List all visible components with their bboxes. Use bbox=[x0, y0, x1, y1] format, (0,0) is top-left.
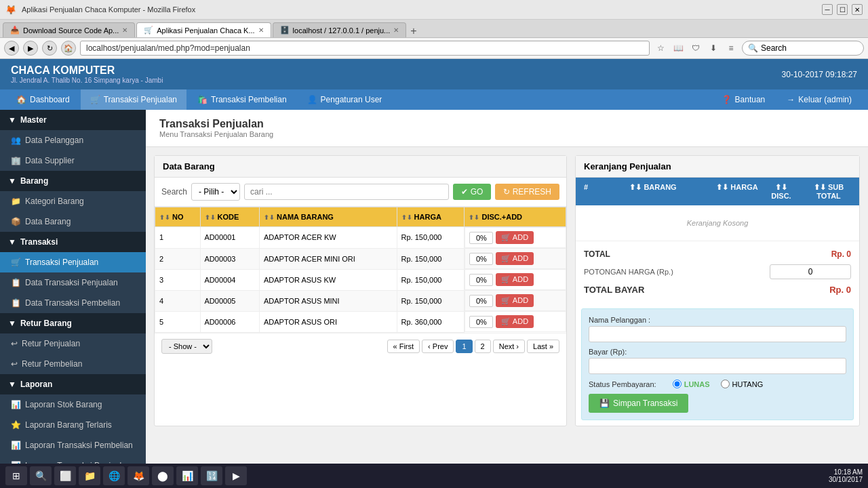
home-button[interactable]: 🏠 bbox=[61, 41, 76, 56]
nav-dashboard[interactable]: 🏠 Dashboard bbox=[7, 89, 79, 110]
sidebar-item-data-barang[interactable]: 📦 Data Barang bbox=[0, 211, 146, 232]
forward-button[interactable]: ▶ bbox=[23, 41, 38, 56]
simpan-label: Simpan Transaksi bbox=[613, 399, 677, 408]
disc-input[interactable] bbox=[469, 232, 493, 244]
sidebar-item-laporan-pembelian[interactable]: 📊 Laporan Transaksi Pembelian bbox=[0, 435, 146, 455]
sidebar-item-laporan-stok[interactable]: 📊 Laporan Stok Barang bbox=[0, 394, 146, 415]
back-button[interactable]: ◀ bbox=[4, 41, 19, 56]
nav-bantuan[interactable]: ❓ Bantuan bbox=[712, 89, 775, 110]
reader-icon[interactable]: 📖 bbox=[671, 41, 685, 55]
tab-penjualan-label: Aplikasi Penjualan Chaca K... bbox=[157, 26, 254, 35]
simpan-button[interactable]: 💾 Simpan Transaksi bbox=[589, 394, 688, 413]
sidebar-section-transaksi[interactable]: ▼ Transaksi bbox=[0, 232, 146, 252]
refresh-label: REFRESH bbox=[513, 187, 551, 197]
media-button[interactable]: ▶ bbox=[225, 466, 247, 483]
retur-chevron-icon: ▼ bbox=[8, 319, 16, 328]
sidebar-item-kategori-barang[interactable]: 📁 Kategori Barang bbox=[0, 191, 146, 211]
transaksi-chevron-icon: ▼ bbox=[8, 237, 16, 247]
disc-input[interactable] bbox=[469, 316, 493, 328]
sidebar-item-data-transaksi-penjualan[interactable]: 📋 Data Transaksi Penjualan bbox=[0, 272, 146, 293]
sidebar-section-retur[interactable]: ▼ Retur Barang bbox=[0, 313, 146, 333]
nav-transaksi-pembelian[interactable]: 🛍️ Transaksi Pembelian bbox=[188, 89, 296, 110]
sidebar-section-barang[interactable]: ▼ Barang bbox=[0, 171, 146, 191]
go-button[interactable]: ✔ GO bbox=[453, 184, 491, 200]
hutang-radio-label[interactable]: HUTANG bbox=[721, 380, 764, 388]
firefox-button[interactable]: 🦊 bbox=[127, 466, 149, 483]
sidebar-item-data-transaksi-pembelian[interactable]: 📋 Data Transaksi Pembelian bbox=[0, 293, 146, 313]
first-page-button[interactable]: « First bbox=[387, 340, 420, 353]
tab-download[interactable]: 📥 Download Source Code Ap... ✕ bbox=[3, 22, 135, 37]
bookmark-star-icon[interactable]: ☆ bbox=[654, 41, 667, 55]
add-button[interactable]: 🛒 ADD bbox=[496, 294, 534, 307]
chrome-button[interactable]: ⬤ bbox=[152, 466, 174, 483]
show-select[interactable]: - Show - bbox=[161, 339, 212, 354]
disc-input[interactable] bbox=[469, 295, 493, 307]
ie-button[interactable]: 🌐 bbox=[103, 466, 125, 483]
office-button[interactable]: 📊 bbox=[176, 466, 198, 483]
tab-penjualan[interactable]: 🛒 Aplikasi Penjualan Chaca K... ✕ bbox=[136, 22, 271, 37]
add-button[interactable]: 🛒 ADD bbox=[496, 231, 534, 244]
task-view-button[interactable]: ⬜ bbox=[54, 466, 76, 483]
brand-name: CHACA KOMPUTER bbox=[11, 64, 163, 77]
add-button[interactable]: 🛒 ADD bbox=[496, 273, 534, 286]
download-icon[interactable]: ⬇ bbox=[707, 41, 720, 55]
disc-input[interactable] bbox=[469, 274, 493, 286]
nav-transaksi-penjualan[interactable]: 🛒 Transaksi Penjualan bbox=[81, 89, 186, 110]
tab-penjualan-close[interactable]: ✕ bbox=[258, 26, 264, 34]
search-taskbar-button[interactable]: 🔍 bbox=[30, 466, 52, 483]
sidebar-item-laporan-terlaris[interactable]: ⭐ Laporan Barang Terlaris bbox=[0, 415, 146, 435]
cell-kode: AD00005 bbox=[200, 290, 259, 311]
hutang-label: HUTANG bbox=[732, 380, 764, 388]
potongan-input[interactable] bbox=[770, 264, 851, 279]
data-barang-table: ⬆⬇ NO ⬆⬇ KODE ⬆⬇ NAMA BARANG ⬆⬇ HARGA ⬆⬇… bbox=[155, 207, 566, 333]
address-bar[interactable] bbox=[80, 41, 650, 56]
search-input[interactable] bbox=[244, 184, 449, 200]
next-page-button[interactable]: Next › bbox=[493, 340, 525, 353]
search-bar[interactable]: 🔍 Search bbox=[742, 41, 864, 56]
col-kode: ⬆⬇ KODE bbox=[200, 207, 259, 227]
prev-page-button[interactable]: ‹ Prev bbox=[422, 340, 454, 353]
brand-sub: Jl. Jendral A. Thalib No. 16 Simpang kar… bbox=[11, 77, 163, 84]
tab-localhost-label: localhost / 127.0.0.1 / penju... bbox=[293, 26, 391, 35]
shield-icon[interactable]: 🛡 bbox=[689, 41, 703, 55]
lunas-radio[interactable] bbox=[673, 380, 682, 388]
add-button[interactable]: 🛒 ADD bbox=[496, 315, 534, 328]
tab-localhost-close[interactable]: ✕ bbox=[393, 26, 399, 34]
close-button[interactable]: ✕ bbox=[852, 4, 863, 15]
page-1-button[interactable]: 1 bbox=[456, 340, 472, 353]
last-page-button[interactable]: Last » bbox=[527, 340, 559, 353]
sidebar-item-data-supplier[interactable]: 🏢 Data Supplier bbox=[0, 150, 146, 171]
minimize-button[interactable]: ─ bbox=[822, 4, 833, 15]
reload-button[interactable]: ↻ bbox=[42, 41, 57, 56]
sidebar-section-master[interactable]: ▼ Master bbox=[0, 110, 146, 130]
start-button[interactable]: ⊞ bbox=[5, 466, 27, 483]
calc-button[interactable]: 🔢 bbox=[201, 466, 222, 483]
nav-pengaturan-user[interactable]: 👤 Pengaturan User bbox=[298, 89, 392, 110]
new-tab-button[interactable]: + bbox=[408, 25, 419, 37]
tab-download-label: Download Source Code Ap... bbox=[23, 26, 119, 35]
cart-col-harga: ⬆⬇ HARGA bbox=[710, 178, 764, 205]
tab-localhost[interactable]: 🗄️ localhost / 127.0.0.1 / penju... ✕ bbox=[273, 22, 407, 37]
sidebar-item-retur-penjualan[interactable]: ↩ Retur Penjualan bbox=[0, 333, 146, 354]
sidebar-item-retur-pembelian[interactable]: ↩ Retur Pembelian bbox=[0, 354, 146, 374]
menu-icon[interactable]: ≡ bbox=[724, 41, 738, 55]
sidebar-section-laporan[interactable]: ▼ Laporan bbox=[0, 374, 146, 394]
cell-harga: Rp. 150,000 bbox=[397, 227, 465, 249]
page-2-button[interactable]: 2 bbox=[475, 340, 491, 353]
lunas-radio-label[interactable]: LUNAS bbox=[673, 380, 710, 388]
sidebar-item-transaksi-penjualan[interactable]: 🛒 Transaksi Penjualan bbox=[0, 252, 146, 272]
bayar-input[interactable] bbox=[589, 358, 846, 374]
pilih-select[interactable]: - Pilih - bbox=[191, 183, 240, 201]
add-button[interactable]: 🛒 ADD bbox=[496, 252, 534, 265]
maximize-button[interactable]: ☐ bbox=[837, 4, 848, 15]
hutang-radio[interactable] bbox=[721, 380, 730, 388]
refresh-button[interactable]: ↻ REFRESH bbox=[495, 184, 559, 200]
tab-download-close[interactable]: ✕ bbox=[122, 26, 127, 34]
sidebar-item-data-pelanggan[interactable]: 👥 Data Pelanggan bbox=[0, 130, 146, 150]
file-explorer-button[interactable]: 📁 bbox=[79, 466, 100, 483]
nama-input[interactable] bbox=[589, 326, 846, 342]
disc-input[interactable] bbox=[469, 253, 493, 265]
nav-keluar[interactable]: → Keluar (admin) bbox=[777, 89, 861, 110]
sidebar-pelanggan-label: Data Pelanggan bbox=[25, 136, 83, 145]
data-barang-panel: Data Barang Search - Pilih - ✔ GO ↻ bbox=[154, 155, 567, 426]
